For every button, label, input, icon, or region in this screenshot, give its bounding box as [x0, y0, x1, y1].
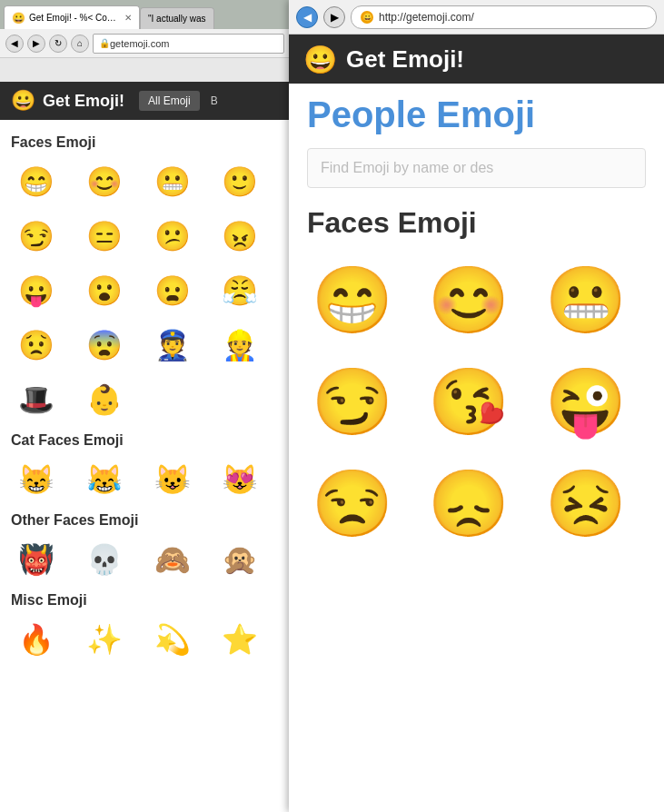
list-item[interactable]: 😁	[11, 156, 62, 207]
list-item[interactable]: 🙈	[147, 534, 198, 585]
list-item[interactable]: 😊	[79, 156, 130, 207]
left-nav-all-emoji[interactable]: All Emoji	[139, 91, 200, 111]
list-item[interactable]: 😻	[214, 454, 265, 505]
list-item[interactable]: ✨	[79, 614, 130, 665]
list-item[interactable]: 😹	[79, 454, 130, 505]
list-item[interactable]: 😏	[307, 356, 398, 447]
list-item[interactable]: 😦	[147, 265, 198, 316]
left-site-logo: 😀	[11, 89, 35, 113]
left-other-faces-title: Other Faces Emoji	[11, 512, 279, 529]
left-nav-b[interactable]: B	[202, 91, 227, 111]
left-other-grid: 👹 💀 🙈 🙊	[11, 534, 279, 585]
left-content-area: Faces Emoji 😁 😊 😬 🙂 😏 😑 😕 😠 😛 😮 😦 😤 😟 😨 …	[0, 120, 290, 678]
list-item[interactable]: 😺	[147, 454, 198, 505]
list-item[interactable]: 🔥	[11, 614, 62, 665]
list-item[interactable]: 💫	[147, 614, 198, 665]
list-item[interactable]: 😊	[423, 254, 514, 345]
left-tab-2[interactable]: "I actually was	[140, 7, 214, 29]
list-item[interactable]: 😬	[540, 254, 631, 345]
list-item[interactable]: 😤	[214, 265, 265, 316]
list-item[interactable]: 😁	[307, 254, 398, 345]
left-tab-1[interactable]: 😀 Get Emoji! - %< Copy a ✕	[4, 5, 140, 29]
list-item[interactable]: 😘	[423, 356, 514, 447]
back-icon: ◀	[11, 38, 18, 48]
list-item[interactable]: 👶	[79, 374, 130, 425]
left-back-button[interactable]: ◀	[5, 35, 24, 53]
left-cat-grid: 😸 😹 😺 😻	[11, 454, 279, 505]
left-home-button[interactable]: ⌂	[71, 35, 89, 53]
home-icon: ⌂	[77, 38, 83, 48]
list-item[interactable]: 🙊	[214, 534, 265, 585]
list-item[interactable]: 😬	[147, 156, 198, 207]
list-item[interactable]: 😑	[79, 211, 130, 262]
list-item[interactable]: 😨	[79, 320, 130, 371]
forward-icon: ▶	[33, 38, 40, 48]
list-item[interactable]: 😛	[11, 265, 62, 316]
left-cat-faces-title: Cat Faces Emoji	[11, 432, 279, 449]
left-site-header: 😀 Get Emoji! All Emoji B	[0, 82, 290, 120]
right-forward-button[interactable]: ▶	[323, 6, 345, 28]
list-item[interactable]: 😕	[147, 211, 198, 262]
list-item[interactable]: 😏	[11, 211, 62, 262]
left-misc-grid: 🔥 ✨ 💫 ⭐	[11, 614, 279, 665]
right-browser-window: ◀ ▶ 😀 http://getemoji.com/ 😀 Get Emoji! …	[289, 0, 664, 812]
left-forward-button[interactable]: ▶	[27, 35, 45, 53]
list-item[interactable]: 😠	[214, 211, 265, 262]
right-faces-grid: 😁 😊 😬 😏 😘 😜 😒 😞 😣	[307, 254, 646, 549]
list-item[interactable]: 😮	[79, 265, 130, 316]
right-favicon: 😀	[361, 11, 373, 24]
list-item[interactable]: 👮	[147, 320, 198, 371]
left-refresh-button[interactable]: ↻	[49, 35, 67, 53]
left-browser-chrome: 😀 Get Emoji! - %< Copy a ✕ "I actually w…	[0, 0, 290, 82]
list-item[interactable]: 🙂	[214, 156, 265, 207]
list-item[interactable]: ⭐	[214, 614, 265, 665]
list-item[interactable]: 😸	[11, 454, 62, 505]
right-search-bar[interactable]: Find Emoji by name or des	[307, 148, 646, 188]
right-site-header: 😀 Get Emoji!	[289, 35, 664, 84]
right-site-title: Get Emoji!	[346, 45, 464, 74]
list-item[interactable]: 👹	[11, 534, 62, 585]
left-nav-bar: ◀ ▶ ↻ ⌂ 🔒 getemoji.com	[0, 29, 290, 58]
right-page-subtitle: People Emoji	[307, 94, 646, 135]
forward-icon: ▶	[331, 11, 339, 24]
back-icon: ◀	[303, 11, 312, 24]
list-item[interactable]: 💀	[79, 534, 130, 585]
right-nav-bar: ◀ ▶ 😀 http://getemoji.com/	[289, 0, 664, 35]
right-back-button[interactable]: ◀	[296, 6, 318, 28]
left-faces-section-title: Faces Emoji	[11, 134, 279, 151]
list-item[interactable]: 🎩	[11, 374, 62, 425]
left-nav-links: All Emoji B	[139, 91, 227, 111]
left-browser-window: 😀 Get Emoji! - %< Copy a ✕ "I actually w…	[0, 0, 291, 812]
right-address-bar[interactable]: 😀 http://getemoji.com/	[351, 5, 657, 29]
right-site-logo: 😀	[303, 44, 337, 75]
list-item[interactable]: 😒	[307, 458, 398, 549]
left-address-bar[interactable]: 🔒 getemoji.com	[93, 34, 284, 54]
right-faces-section-title: Faces Emoji	[307, 206, 646, 240]
list-item[interactable]: 😣	[540, 458, 631, 549]
right-content-area: People Emoji Find Emoji by name or des F…	[289, 84, 664, 559]
list-item[interactable]: 👷	[214, 320, 265, 371]
refresh-icon: ↻	[55, 38, 62, 48]
list-item[interactable]: 😜	[540, 356, 631, 447]
left-tab-bar: 😀 Get Emoji! - %< Copy a ✕ "I actually w…	[0, 0, 290, 29]
list-item[interactable]: 😞	[423, 458, 514, 549]
left-faces-grid: 😁 😊 😬 🙂 😏 😑 😕 😠 😛 😮 😦 😤 😟 😨 👮 👷 🎩 👶	[11, 156, 279, 425]
left-site-title: Get Emoji!	[43, 92, 124, 111]
list-item[interactable]: 😟	[11, 320, 62, 371]
left-misc-section-title: Misc Emoji	[11, 592, 279, 609]
